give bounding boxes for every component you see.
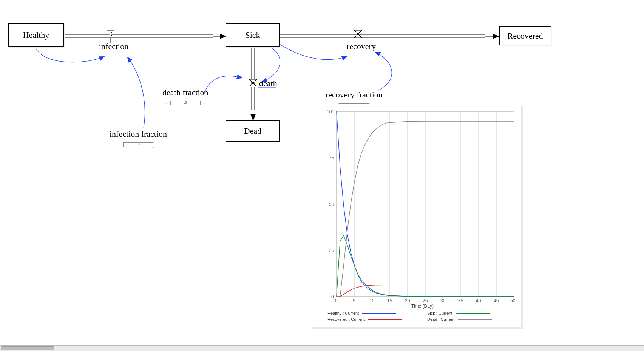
slider-value: .3 xyxy=(124,142,153,146)
horizontal-scrollbar[interactable] xyxy=(0,345,644,351)
slider-infection-fraction[interactable]: infection fraction .3 xyxy=(110,129,167,149)
slider-bar[interactable]: .6 xyxy=(170,101,201,105)
arc-deathfraction-to-death xyxy=(204,76,242,94)
legend-swatch-sick xyxy=(456,313,490,314)
x-tick-25: 25 xyxy=(423,298,428,303)
flow-label-death[interactable]: death xyxy=(259,79,277,88)
valve-death[interactable] xyxy=(249,79,257,87)
y-tick-25: 25 xyxy=(329,248,334,253)
x-tick-35: 35 xyxy=(458,298,463,303)
x-tick-0: 0 xyxy=(335,298,338,303)
stock-label: Dead xyxy=(244,126,261,136)
legend-label: Recovered : Current xyxy=(327,317,365,322)
x-tick-15: 15 xyxy=(387,298,392,303)
slider-label: infection fraction xyxy=(110,129,167,139)
flow-pipe-infection xyxy=(63,35,226,38)
arc-infectionfraction-to-infection xyxy=(128,57,145,128)
chart-plot-svg xyxy=(310,104,521,327)
stock-label: Sick xyxy=(245,30,260,40)
legend-recovered: Recovered : Current xyxy=(327,317,405,322)
flow-label-recovery[interactable]: recovery xyxy=(347,42,376,51)
chart-panel[interactable]: 100 75 50 25 0 0 5 10 15 20 25 30 35 40 … xyxy=(310,104,521,327)
legend-label: Dead : Current xyxy=(427,317,454,322)
stock-label: Recovered xyxy=(507,31,543,41)
scrollbar-divider xyxy=(59,346,59,351)
y-tick-75: 75 xyxy=(329,155,334,161)
flow-pipe-recovery xyxy=(280,35,499,38)
flow-label-infection[interactable]: infection xyxy=(99,42,128,51)
x-tick-5: 5 xyxy=(353,298,355,303)
x-tick-30: 30 xyxy=(440,298,445,303)
legend-swatch-recovered xyxy=(368,319,402,320)
x-tick-50: 50 xyxy=(510,298,515,303)
legend-swatch-dead xyxy=(458,319,492,320)
x-axis-title: Time (Day) xyxy=(411,303,434,309)
x-tick-40: 40 xyxy=(476,298,481,303)
stock-label: Healthy xyxy=(23,30,49,40)
y-tick-50: 50 xyxy=(329,202,334,207)
arc-sick-to-death xyxy=(262,48,280,82)
slider-death-fraction[interactable]: death fraction .6 xyxy=(162,88,208,107)
slider-bar[interactable]: .3 xyxy=(123,142,153,147)
stock-sick[interactable]: Sick xyxy=(226,23,280,47)
arc-recoveryfraction-to-recovery xyxy=(375,52,392,91)
legend-sick: Sick : Current xyxy=(427,311,492,315)
diagram-canvas[interactable]: Healthy Sick Recovered Dead infection re… xyxy=(0,0,644,351)
slider-label: death fraction xyxy=(162,88,208,97)
legend-healthy: Healthy : Current xyxy=(327,311,398,315)
legend-swatch-healthy xyxy=(362,313,396,314)
arc-sick-to-recovery xyxy=(280,45,347,60)
y-tick-0: 0 xyxy=(331,294,334,300)
x-tick-10: 10 xyxy=(369,298,374,303)
legend-label: Sick : Current xyxy=(427,311,452,315)
legend-dead: Dead : Current xyxy=(427,317,494,322)
scrollbar-thumb[interactable] xyxy=(1,346,54,350)
y-tick-100: 100 xyxy=(327,109,334,114)
stock-recovered[interactable]: Recovered xyxy=(499,26,551,45)
stock-healthy[interactable]: Healthy xyxy=(8,23,64,47)
arc-healthy-to-infection xyxy=(36,48,104,62)
x-tick-20: 20 xyxy=(405,298,410,303)
slider-value: .6 xyxy=(171,101,200,104)
stock-dead[interactable]: Dead xyxy=(226,120,280,142)
slider-label: recovery fraction xyxy=(326,90,383,100)
x-tick-45: 45 xyxy=(494,298,499,303)
legend-label: Healthy : Current xyxy=(327,311,359,315)
scrollbar-divider xyxy=(87,346,87,351)
